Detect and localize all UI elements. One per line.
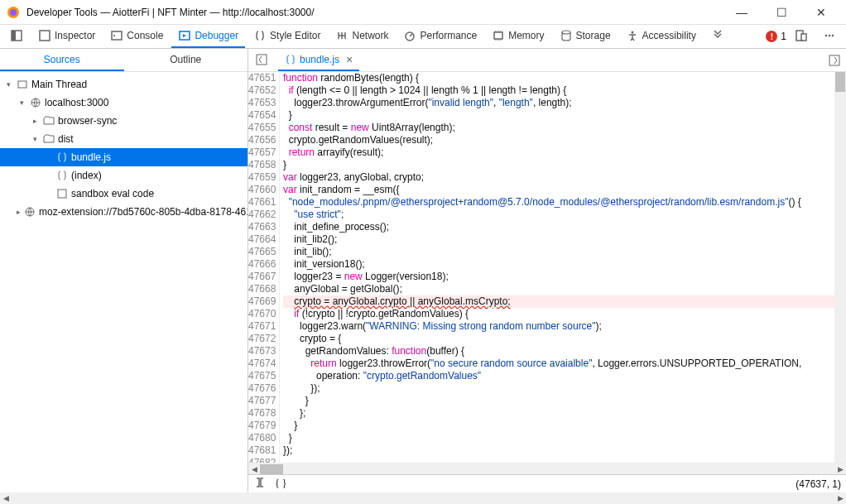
error-count[interactable]: !1 — [766, 31, 786, 42]
toggle-left-panel-button[interactable] — [252, 49, 272, 72]
maximize-button[interactable]: ☐ — [767, 1, 796, 24]
pretty-print-icon[interactable] — [253, 476, 267, 492]
sources-panel: Sources Outline ▾Main Thread ▾localhost:… — [0, 49, 248, 492]
tree-sandbox[interactable]: sandbox eval code — [0, 185, 248, 203]
source-tree[interactable]: ▾Main Thread ▾localhost:3000 ▸browser-sy… — [0, 72, 248, 492]
svg-point-1 — [10, 9, 17, 16]
svg-rect-20 — [257, 55, 267, 65]
kebab-menu-button[interactable] — [816, 25, 843, 48]
svg-rect-12 — [801, 34, 806, 41]
tab-storage[interactable]: Storage — [553, 25, 618, 48]
tree-bundle-js[interactable]: bundle.js — [0, 148, 248, 166]
tab-console[interactable]: Console — [103, 25, 170, 48]
status-bar: { } (47637, 1) — [248, 474, 846, 492]
dock-button[interactable] — [3, 25, 30, 48]
svg-rect-3 — [12, 31, 16, 41]
svg-point-14 — [829, 35, 831, 37]
js-file-icon — [285, 54, 296, 65]
file-tab-bar: bundle.js× — [248, 49, 846, 72]
svg-rect-4 — [40, 31, 50, 41]
firefox-icon — [7, 6, 20, 19]
tree-moz-extension[interactable]: ▸moz-extension://7bd5760c-805b-4dba-8178… — [0, 203, 248, 221]
svg-point-15 — [832, 35, 834, 37]
svg-rect-8 — [494, 32, 502, 39]
tab-accessibility[interactable]: Accessibility — [619, 25, 703, 48]
close-tab-icon[interactable]: × — [346, 53, 353, 66]
minimize-button[interactable]: — — [727, 1, 757, 24]
tab-performance[interactable]: Performance — [397, 25, 483, 48]
responsive-mode-button[interactable] — [788, 25, 815, 48]
tab-memory[interactable]: Memory — [485, 25, 550, 48]
close-button[interactable]: ✕ — [806, 1, 836, 24]
tab-network[interactable]: Network — [329, 25, 395, 48]
tree-browser-sync[interactable]: ▸browser-sync — [0, 112, 248, 130]
window-title: Developer Tools — AiotterFi | NFT Minter… — [26, 7, 727, 18]
svg-rect-18 — [58, 190, 66, 198]
tab-debugger[interactable]: Debugger — [171, 25, 245, 48]
file-tab-bundle[interactable]: bundle.js× — [278, 50, 359, 71]
tree-index[interactable]: (index) — [0, 166, 248, 185]
sources-tab[interactable]: Sources — [0, 49, 124, 71]
tree-host[interactable]: ▾localhost:3000 — [0, 94, 248, 112]
code-content[interactable]: function randomBytes(length) { if (lengt… — [280, 72, 846, 463]
svg-point-10 — [631, 31, 633, 34]
braces-icon[interactable]: { } — [275, 478, 287, 490]
cursor-position: (47637, 1) — [796, 478, 841, 490]
devtools-toolbar: Inspector Console Debugger Style Editor … — [0, 25, 846, 49]
more-tabs-button[interactable] — [704, 25, 731, 48]
toggle-right-panel-button[interactable] — [826, 52, 843, 69]
outline-tab[interactable]: Outline — [124, 49, 248, 71]
svg-rect-5 — [112, 31, 122, 40]
svg-rect-16 — [18, 81, 26, 88]
vertical-scrollbar[interactable] — [834, 72, 846, 463]
tree-dist[interactable]: ▾dist — [0, 130, 248, 148]
tree-main-thread[interactable]: ▾Main Thread — [0, 75, 248, 94]
panel-horizontal-scrollbar[interactable]: ◀▶ — [0, 492, 846, 504]
horizontal-scrollbar[interactable]: ◀▶ — [248, 463, 846, 474]
svg-point-9 — [562, 31, 570, 34]
tab-inspector[interactable]: Inspector — [31, 25, 102, 48]
line-gutter: 4765147652476534765447655476564765747658… — [248, 72, 280, 463]
title-bar: Developer Tools — AiotterFi | NFT Minter… — [0, 0, 846, 25]
svg-point-13 — [825, 35, 828, 37]
code-editor[interactable]: 4765147652476534765447655476564765747658… — [248, 72, 846, 463]
svg-rect-21 — [829, 55, 839, 65]
tab-style-editor[interactable]: Style Editor — [247, 25, 327, 48]
